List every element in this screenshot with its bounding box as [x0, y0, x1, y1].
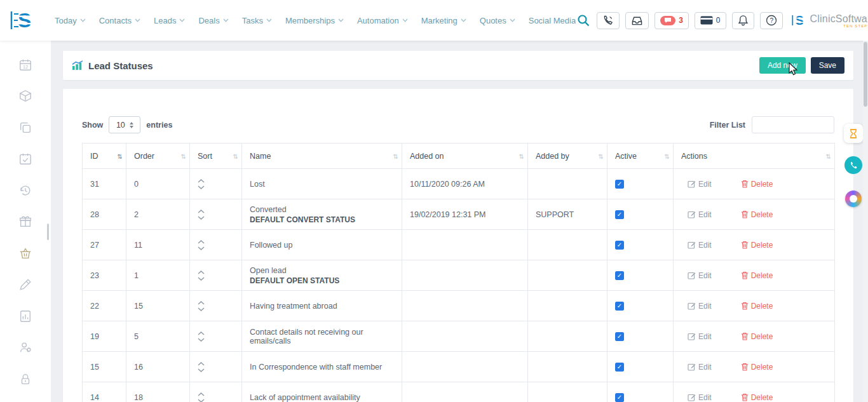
- delete-link[interactable]: Delete: [741, 241, 773, 250]
- delete-link[interactable]: Delete: [741, 302, 773, 311]
- column-header[interactable]: Name ⇅: [242, 144, 402, 169]
- move-down-icon[interactable]: [198, 277, 205, 281]
- move-down-icon[interactable]: [198, 216, 205, 220]
- edit-link[interactable]: Edit: [688, 363, 712, 372]
- move-down-icon[interactable]: [198, 399, 205, 402]
- trash-icon: [741, 241, 749, 249]
- active-checkbox[interactable]: ✓: [615, 302, 624, 311]
- nav-item-label: Today: [55, 16, 77, 25]
- column-header[interactable]: Active ⇅: [607, 144, 674, 169]
- nav-item[interactable]: Today: [55, 16, 86, 25]
- delete-link[interactable]: Delete: [741, 180, 773, 189]
- call-widget[interactable]: [844, 156, 862, 174]
- sort-arrows-icon[interactable]: ⇅: [118, 152, 123, 159]
- move-down-icon[interactable]: [198, 338, 205, 342]
- active-checkbox[interactable]: ✓: [615, 180, 624, 189]
- add-new-button[interactable]: Add new: [759, 57, 806, 74]
- page-scrollbar[interactable]: [863, 41, 868, 402]
- sidebar-item-design[interactable]: [0, 269, 51, 301]
- edit-link[interactable]: Edit: [688, 180, 712, 189]
- hourglass-widget[interactable]: [844, 124, 863, 143]
- nav-item[interactable]: Contacts: [99, 16, 140, 25]
- edit-link[interactable]: Edit: [688, 210, 712, 219]
- sort-arrows-icon[interactable]: ⇅: [599, 152, 604, 159]
- nav-item[interactable]: Leads: [154, 16, 185, 25]
- nav-item[interactable]: Marketing: [421, 16, 466, 25]
- edit-link[interactable]: Edit: [688, 332, 712, 341]
- nav-item[interactable]: Deals: [198, 16, 228, 25]
- move-up-icon[interactable]: [198, 392, 205, 396]
- cell-order: 1: [126, 260, 190, 291]
- column-header[interactable]: Added by ⇅: [528, 144, 607, 169]
- sidebar-item-reports[interactable]: [0, 300, 51, 332]
- sort-arrows-icon[interactable]: ⇅: [519, 152, 524, 159]
- sidebar-item-basket[interactable]: [0, 238, 51, 269]
- delete-link[interactable]: Delete: [741, 363, 773, 372]
- sidebar-item-copy[interactable]: [0, 112, 51, 144]
- inbox-button[interactable]: [625, 12, 649, 29]
- active-checkbox[interactable]: ✓: [615, 210, 624, 219]
- active-checkbox[interactable]: ✓: [615, 393, 624, 402]
- sidebar-item-products[interactable]: [0, 81, 51, 112]
- sort-arrows-icon[interactable]: ⇅: [665, 152, 670, 159]
- move-down-icon[interactable]: [198, 307, 205, 311]
- sort-arrows-icon[interactable]: ⇅: [826, 152, 831, 159]
- move-up-icon[interactable]: [198, 210, 205, 213]
- nav-item[interactable]: Memberships: [285, 16, 344, 25]
- filter-input[interactable]: [752, 116, 834, 133]
- active-checkbox[interactable]: ✓: [615, 241, 624, 250]
- page-scrollbar-thumb[interactable]: [864, 42, 867, 107]
- column-header[interactable]: Added on ⇅: [402, 144, 528, 169]
- move-down-icon[interactable]: [198, 185, 205, 189]
- move-up-icon[interactable]: [198, 271, 205, 274]
- column-header[interactable]: Order ⇅: [126, 144, 190, 169]
- nav-item[interactable]: Automation: [357, 16, 408, 25]
- trash-icon: [741, 363, 749, 371]
- active-checkbox[interactable]: ✓: [615, 271, 624, 280]
- sidebar-item-security[interactable]: [0, 363, 51, 395]
- move-down-icon[interactable]: [198, 368, 205, 372]
- edit-link[interactable]: Edit: [688, 241, 712, 250]
- chat-button[interactable]: 3: [654, 12, 689, 29]
- column-header[interactable]: ID ⇅: [83, 144, 126, 169]
- edit-link[interactable]: Edit: [688, 271, 712, 280]
- column-header[interactable]: Actions ⇅: [674, 144, 835, 169]
- delete-link[interactable]: Delete: [741, 271, 773, 280]
- edit-link[interactable]: Edit: [688, 302, 712, 311]
- phone-button[interactable]: [597, 12, 620, 29]
- sidebar-item-appointments[interactable]: [0, 144, 51, 175]
- card-button[interactable]: 0: [695, 12, 726, 29]
- notifications-button[interactable]: [732, 12, 754, 29]
- move-down-icon[interactable]: [198, 246, 205, 250]
- sidebar-item-gifts[interactable]: [0, 206, 51, 238]
- sort-arrows-icon[interactable]: ⇅: [233, 152, 238, 159]
- move-up-icon[interactable]: [198, 362, 205, 366]
- delete-link[interactable]: Delete: [741, 332, 773, 341]
- active-checkbox[interactable]: ✓: [615, 363, 624, 372]
- nav-item[interactable]: Social Media: [529, 16, 576, 25]
- column-header[interactable]: Sort ⇅: [190, 144, 242, 169]
- search-button[interactable]: [576, 12, 591, 29]
- move-up-icon[interactable]: [198, 301, 205, 305]
- nav-item[interactable]: Quotes: [480, 16, 515, 25]
- edit-link[interactable]: Edit: [688, 393, 712, 402]
- phone-circle-icon: [849, 161, 858, 170]
- sidebar-item-user-settings[interactable]: [0, 332, 51, 364]
- sort-arrows-icon[interactable]: ⇅: [181, 152, 186, 159]
- page-size-select[interactable]: 10: [109, 116, 140, 133]
- sidebar-scrollbar[interactable]: [47, 224, 49, 240]
- help-button[interactable]: ?: [760, 12, 783, 29]
- active-checkbox[interactable]: ✓: [615, 332, 624, 341]
- delete-link[interactable]: Delete: [741, 393, 773, 402]
- nav-item[interactable]: Tasks: [242, 16, 272, 25]
- sidebar-item-calendar[interactable]: 12: [0, 49, 51, 81]
- assistant-widget[interactable]: [845, 191, 862, 207]
- move-up-icon[interactable]: [198, 179, 205, 183]
- move-up-icon[interactable]: [198, 332, 205, 335]
- save-button[interactable]: Save: [811, 57, 844, 74]
- sort-arrows-icon[interactable]: ⇅: [393, 152, 398, 159]
- delete-link[interactable]: Delete: [741, 210, 773, 219]
- clinicsoftware-logo[interactable]: S: [9, 7, 36, 34]
- sidebar-item-history[interactable]: [0, 175, 51, 206]
- move-up-icon[interactable]: [198, 240, 205, 244]
